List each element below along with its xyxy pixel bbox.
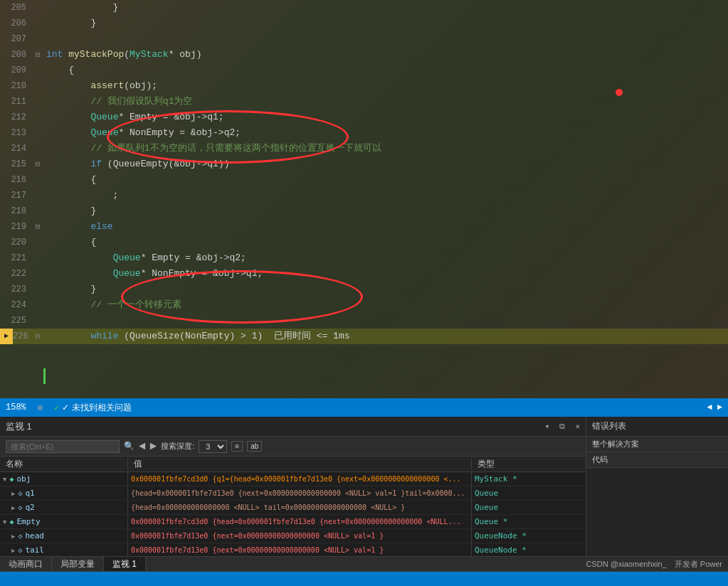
watch-row-empty[interactable]: ◆ Empty 0x000001fbfe7cd3d0 {head=0x00000… (0, 515, 586, 529)
line-num-206: 206 (0, 16, 32, 31)
line-num-224: 224 (0, 297, 32, 313)
watch-val-empty-tail: 0x000001fbfe7d13e0 {next=0x0000000000000… (128, 543, 472, 557)
check-icon: ✓ (54, 403, 59, 413)
watch-row-empty-tail[interactable]: ◇ tail 0x000001fbfe7d13e0 {next=0x000000… (0, 543, 586, 558)
code-line-214: 214 // 如果队列1不为空的话，只需要将这两个指针的位置互换一下就可以 (0, 141, 728, 156)
code-content-211: // 我们假设队列q1为空 (43, 94, 728, 110)
code-content-223: } (43, 282, 728, 297)
empty-icon: ◆ (9, 518, 14, 526)
watch-type-q2: Queue (472, 501, 586, 514)
line-num-213: 213 (0, 125, 32, 141)
expand-empty-head[interactable] (11, 533, 15, 540)
code-line-218: 218 } (0, 203, 728, 219)
tab-watch1[interactable]: 监视 1 (104, 557, 146, 571)
expand-all-btn[interactable]: ≡ (231, 441, 243, 452)
line-num-220: 220 (0, 235, 32, 250)
watch-type-empty: Queue * (472, 515, 586, 528)
watch-row-q1[interactable]: ◇ q1 {head=0x000001fbfe7d13e0 {next=0x00… (0, 486, 586, 501)
watch-val-obj: 0x000001fbfe7cd3d0 {q1={head=0x000001fbf… (128, 472, 472, 486)
code-line-217: 217 ; (0, 188, 728, 203)
zoom-value: 158% (6, 403, 26, 412)
active-line-bar (43, 368, 46, 384)
filter1-label: 整个解决方案 (592, 439, 639, 449)
code-content-205: } (43, 0, 728, 16)
brand-label: CSDN @xiaomenhxin_ 开发者 Power (580, 559, 728, 570)
code-content-218: } (43, 203, 728, 219)
search-icon[interactable]: 🔍 (124, 441, 134, 452)
code-content-226: while (QueueSize(NonEmpty) > 1) 已用时间 <= … (43, 329, 728, 344)
code-content-210: assert(obj); (43, 78, 728, 94)
watch-name-obj: ◆ obj (0, 472, 128, 486)
execution-arrow: ▶ (0, 329, 13, 344)
code-content-217: ; (43, 188, 728, 203)
scroll-arrows[interactable]: ◄ ► (707, 403, 722, 412)
line-num-216: 216 (0, 172, 32, 188)
watch-val-empty: 0x000001fbfe7cd3d0 {head=0x000001fbfe7d1… (128, 515, 472, 528)
watch-pin-btn[interactable]: ▾ (545, 422, 550, 431)
expand-q1[interactable] (11, 490, 15, 497)
q1-icon: ◇ (18, 489, 22, 497)
watch-close-btn[interactable]: ✕ (575, 422, 580, 431)
tab-locals[interactable]: 局部变量 (52, 557, 104, 571)
line-num-222: 222 (0, 266, 32, 282)
obj-icon: ◆ (9, 475, 14, 483)
watch-columns: 名称 值 类型 (0, 457, 586, 472)
watch-toolbar: 🔍 ◄ ► 搜索深度: 3 1 2 5 ≡ ab (0, 437, 586, 457)
tab-animation[interactable]: 动画商口 (0, 557, 52, 571)
code-content-224: // 一个一个转移元素 (43, 297, 728, 313)
expand-q2[interactable] (11, 504, 15, 511)
filter-btn[interactable]: ab (247, 441, 262, 452)
watch-name-empty-tail: ◇ tail (0, 543, 128, 557)
code-content-208: int myStackPop(MyStack* obj) (43, 47, 728, 63)
code-line-219: 219 ⊟ else (0, 219, 728, 235)
code-content-214: // 如果队列1不为空的话，只需要将这两个指针的位置互换一下就可以 (43, 141, 728, 156)
code-content-206: } (43, 16, 728, 31)
error-filter1: 整个解决方案 (586, 437, 728, 452)
line-num-207: 207 (0, 31, 32, 47)
code-content-209: { (43, 63, 728, 78)
no-issues-status: ✓ ✓ 未找到相关问题 (54, 402, 132, 414)
expand-obj[interactable] (3, 476, 6, 483)
error-title: 错误列表 (592, 420, 626, 432)
fold-226[interactable]: ⊟ (32, 329, 43, 344)
fold-208[interactable]: ⊟ (32, 47, 43, 63)
watch-type-empty-tail: QueueNode * (472, 543, 586, 557)
watch-row-empty-head[interactable]: ◇ head 0x000001fbfe7d13e0 {next=0x000000… (0, 529, 586, 543)
search-input[interactable] (6, 440, 120, 453)
line-num-215: 215 (0, 156, 32, 172)
line-num-212: 212 (0, 110, 32, 125)
watch-row-q2[interactable]: ◇ q2 {head=0x000000000000000 <NULL> tail… (0, 501, 586, 515)
empty-head-icon: ◇ (18, 532, 22, 540)
code-line-209: 209 { (0, 63, 728, 78)
code-content-220: { (43, 235, 728, 250)
expand-empty[interactable] (3, 518, 6, 526)
code-line-225: 225 (0, 313, 728, 329)
line-num-223: 223 (0, 282, 32, 297)
code-container: 205 } 206 } 207 208 ⊟ int myStackPop(MyS… (0, 0, 728, 344)
line-num-219: 219 (0, 219, 32, 235)
watch-row-obj[interactable]: ◆ obj 0x000001fbfe7cd3d0 {q1={head=0x000… (0, 472, 586, 486)
col-name-header: 名称 (0, 458, 128, 470)
code-content-213: Queue* NonEmpty = &obj->q2; (43, 125, 728, 141)
code-line-206: 206 } (0, 16, 728, 31)
code-line-221: 221 Queue* Empty = &obj->q2; (0, 250, 728, 266)
watch-val-empty-head: 0x000001fbfe7d13e0 {next=0x0000000000000… (128, 529, 472, 543)
error-header: 错误列表 (586, 417, 728, 437)
line-num-217: 217 (0, 188, 32, 203)
watch-float-btn[interactable]: ⧉ (559, 422, 565, 431)
line-num-218: 218 (0, 203, 32, 219)
status-bar: 158% ⚙ ✓ ✓ 未找到相关问题 ◄ ► (0, 398, 728, 417)
watch-name-q1: ◇ q1 (0, 486, 128, 500)
expand-empty-tail[interactable] (11, 547, 15, 554)
fold-219[interactable]: ⊟ (32, 219, 43, 235)
watch-type-q1: Queue (472, 486, 586, 500)
code-line-213: 213 Queue* NonEmpty = &obj->q2; (0, 125, 728, 141)
nav-back-btn[interactable]: ◄ (139, 440, 146, 453)
depth-select[interactable]: 3 1 2 5 (199, 440, 227, 453)
nav-fwd-btn[interactable]: ► (150, 440, 157, 453)
code-content-215: if (QueueEmpty(&obj->q1)) (43, 156, 728, 172)
fold-215[interactable]: ⊟ (32, 156, 43, 172)
code-content-222: Queue* NonEmpty = &obj->q1; (43, 266, 728, 282)
code-line-216: 216 { (0, 172, 728, 188)
line-num-208: 208 (0, 47, 32, 63)
